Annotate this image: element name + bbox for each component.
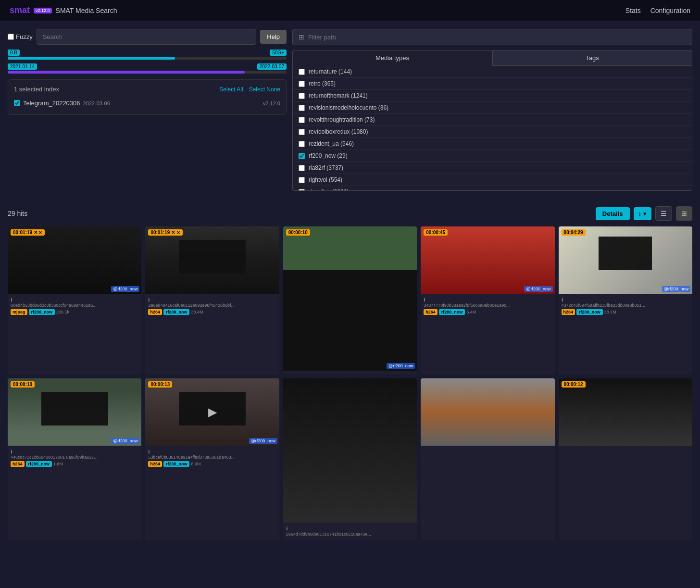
- duration-badge: 00:00:12: [562, 381, 586, 388]
- channel-checkbox[interactable]: [299, 165, 305, 171]
- info-icon[interactable]: ℹ: [148, 297, 150, 302]
- tab-tags[interactable]: Tags: [492, 50, 692, 66]
- date-range-row: 2021-01-14 2022-03-07: [8, 63, 287, 74]
- details-button[interactable]: Details: [596, 207, 630, 220]
- media-card[interactable]: ▶ 00:00:13 @rf200_now ℹ53bcef0b036140e91…: [145, 378, 279, 540]
- channel-list-item[interactable]: revtoolboxredux (1080): [293, 126, 692, 138]
- index-item[interactable]: Telegram_20220306 2022-03-06 v2.12.0: [14, 98, 280, 109]
- watermark: @rf200_now: [524, 286, 552, 292]
- list-view-button[interactable]: ☰: [655, 206, 672, 221]
- tab-media-types[interactable]: Media types: [292, 50, 492, 66]
- fuzzy-checkbox[interactable]: [8, 34, 14, 40]
- index-count: 1 selected index: [14, 86, 59, 93]
- duration-badge: 00:00:10: [11, 381, 35, 388]
- watermark: @rf200_now: [662, 286, 690, 292]
- channel-checkbox[interactable]: [299, 129, 305, 135]
- channel-list-item[interactable]: rezident_ua (546): [293, 138, 692, 150]
- play-button[interactable]: ▶: [208, 405, 217, 419]
- media-card[interactable]: 00:04:29 @rf200_now ℹ4372c46f594f5aaffb2…: [559, 226, 692, 375]
- duration-badge: 00:00:10: [286, 229, 310, 236]
- filter-path-input[interactable]: [308, 34, 686, 41]
- channel-checkbox[interactable]: [299, 117, 305, 123]
- channel-list-item[interactable]: ria82rf (3737): [293, 162, 692, 174]
- channel-name: returnofthemark (1241): [309, 92, 368, 99]
- configuration-link[interactable]: Configuration: [650, 7, 690, 14]
- media-card[interactable]: [421, 378, 554, 540]
- media-info: [559, 446, 692, 450]
- channel-checkbox[interactable]: [299, 189, 305, 191]
- channel-tag: rf200_now: [163, 309, 190, 315]
- channel-list-item[interactable]: rf200_now (29): [293, 150, 692, 162]
- search-input[interactable]: [37, 29, 257, 45]
- channel-tag: rf200_now: [576, 309, 603, 315]
- media-thumbnail: 00:01:19 ✕: [145, 226, 279, 294]
- sort-button[interactable]: ↕ ▾: [634, 207, 652, 220]
- media-tags: h264rf200_now1.6M: [11, 461, 138, 467]
- main-content: Fuzzy Help 0 B 50G+ 2021-01-14 2022-03-0…: [0, 21, 700, 199]
- channel-checkbox[interactable]: [299, 93, 305, 99]
- media-card[interactable]: ℹ5964d7dd9b0d981310741b81c8210aa43e...: [283, 378, 417, 540]
- media-hash: 00ed4b53bd86d3c0b369ccf04e69a4455a5...: [11, 303, 138, 308]
- info-icon[interactable]: ℹ: [286, 526, 288, 531]
- date-range-track[interactable]: [8, 71, 287, 74]
- channel-list-item[interactable]: rightvol (554): [293, 174, 692, 186]
- media-card[interactable]: 00:00:45 @rf200_now ℹ34374778f90b38ae92f…: [421, 226, 554, 375]
- watermark: @rf200_now: [387, 363, 415, 369]
- header-left: smat v2.12.0 SMAT Media Search: [10, 5, 117, 15]
- channel-list-item[interactable]: returnofthemark (1241): [293, 90, 692, 102]
- channel-checkbox[interactable]: [299, 105, 305, 111]
- channel-list-item[interactable]: revisionismodelholocuento (36): [293, 102, 692, 114]
- codec-tag: h264: [424, 309, 438, 315]
- channel-name: rightvol (554): [309, 176, 342, 183]
- help-button[interactable]: Help: [260, 30, 287, 44]
- hits-count: 29 hits: [8, 210, 27, 217]
- media-card[interactable]: 00:01:19 ✕ ℹ2e6ed48416caf8e0112e092e98f4…: [145, 226, 279, 375]
- info-icon[interactable]: ℹ: [562, 297, 563, 302]
- media-card[interactable]: 00:00:10 @rf200_now ℹ446cdc71c1cb6840001…: [8, 378, 141, 540]
- media-hash: 34374778f90b38ae92f8f58c6a8eb80e1a9c...: [424, 303, 551, 308]
- channel-list-item[interactable]: retro (365): [293, 78, 692, 90]
- channel-list: returnature (144) retro (365) returnofth…: [292, 66, 692, 191]
- media-card[interactable]: 00:00:10 @rf200_now: [283, 226, 417, 375]
- filter-path-icon: ⊞: [299, 33, 304, 41]
- media-thumbnail: 00:00:10 @rf200_now: [8, 378, 141, 446]
- index-item-version: v2.12.0: [263, 100, 280, 106]
- channel-checkbox[interactable]: [299, 141, 305, 147]
- index-item-name: Telegram_20220306: [23, 100, 80, 107]
- media-card[interactable]: 00:00:12: [559, 378, 692, 540]
- size-tag: 8.9M: [191, 462, 200, 466]
- select-none-button[interactable]: Select None: [249, 86, 280, 93]
- censor-overlay: [179, 240, 246, 274]
- channel-checkbox[interactable]: [299, 69, 305, 75]
- size-min-label: 0 B: [8, 50, 20, 56]
- channel-name: ria82rf (3737): [309, 164, 343, 171]
- info-icon[interactable]: ℹ: [148, 449, 150, 454]
- info-icon[interactable]: ℹ: [424, 297, 425, 302]
- date-range-labels: 2021-01-14 2022-03-07: [8, 63, 287, 70]
- stats-link[interactable]: Stats: [625, 7, 641, 14]
- size-range-track[interactable]: [8, 57, 287, 60]
- app-title: SMAT Media Search: [56, 7, 117, 14]
- channel-checkbox[interactable]: [299, 177, 305, 183]
- grid-view-button[interactable]: ⊞: [676, 206, 692, 221]
- info-icon[interactable]: ℹ: [11, 297, 12, 302]
- media-hash: 4372c46f594f5aaffb215fbe23dd00e8b051...: [562, 303, 689, 308]
- results-controls: Details ↕ ▾ ☰ ⊞: [596, 206, 692, 221]
- size-tag: 6.4M: [466, 310, 476, 314]
- header-right: Stats Configuration: [625, 7, 690, 14]
- fuzzy-checkbox-wrap[interactable]: Fuzzy: [8, 33, 33, 40]
- index-item-checkbox[interactable]: [14, 100, 20, 106]
- media-card[interactable]: 00:01:19 ✕ @rf200_now ℹ00ed4b53bd86d3c0b…: [8, 226, 141, 375]
- media-tags: h264rf200_now38.1M: [562, 309, 689, 315]
- channel-list-item[interactable]: riseoftas (2606): [293, 186, 692, 191]
- channel-checkbox[interactable]: [299, 153, 305, 159]
- channel-list-item[interactable]: returnature (144): [293, 66, 692, 78]
- channel-tag: rf200_now: [29, 309, 55, 315]
- channel-checkbox[interactable]: [299, 81, 305, 87]
- info-icon[interactable]: ℹ: [11, 449, 12, 454]
- size-range-fill: [8, 57, 175, 60]
- channel-list-item[interactable]: revoltthroughtradition (73): [293, 114, 692, 126]
- media-thumbnail: 00:04:29 @rf200_now: [559, 226, 692, 294]
- select-all-button[interactable]: Select All: [219, 86, 243, 93]
- header: smat v2.12.0 SMAT Media Search Stats Con…: [0, 0, 700, 21]
